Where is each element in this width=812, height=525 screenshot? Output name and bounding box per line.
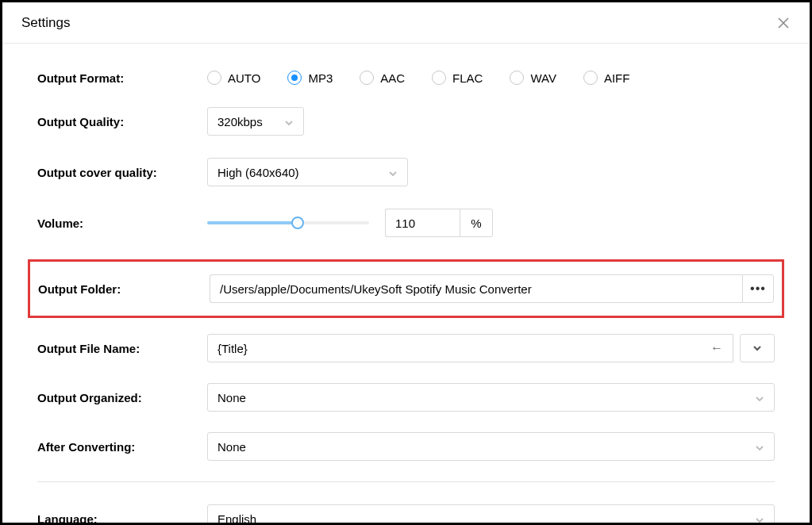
chevron-down-icon [388, 167, 398, 177]
settings-body: Output Format: AUTOMP3AACFLACWAVAIFF Out… [2, 44, 810, 525]
row-output-format: Output Format: AUTOMP3AACFLACWAVAIFF [37, 71, 775, 85]
output-organized-value: None [217, 391, 246, 404]
output-file-name-value: {Title} [217, 342, 248, 355]
row-language: Language: English [37, 504, 775, 525]
slider-track-fill [207, 221, 298, 224]
chevron-down-icon [752, 343, 762, 353]
label-output-organized: Output Organized: [37, 391, 207, 404]
label-output-format: Output Format: [37, 71, 207, 85]
radio-circle-icon [207, 71, 221, 85]
language-select[interactable]: English [207, 504, 775, 525]
browse-folder-button[interactable]: ••• [742, 274, 774, 303]
volume-input[interactable] [385, 209, 460, 237]
after-converting-value: None [217, 440, 246, 454]
output-organized-select[interactable]: None [207, 383, 775, 412]
radio-wav[interactable]: WAV [510, 71, 556, 85]
label-language: Language: [37, 512, 207, 526]
chevron-down-icon [284, 117, 294, 126]
row-output-quality: Output Quality: 320kbps [37, 107, 775, 136]
close-icon [776, 16, 791, 30]
label-output-file-name: Output File Name: [37, 342, 207, 355]
row-volume: Volume: % [37, 209, 775, 237]
radio-mp3[interactable]: MP3 [287, 71, 333, 85]
radio-circle-icon [360, 71, 374, 85]
chevron-down-icon [755, 514, 764, 523]
ellipsis-icon: ••• [750, 282, 766, 296]
output-quality-value: 320kbps [217, 115, 263, 128]
label-volume: Volume: [37, 217, 207, 230]
radio-label: AUTO [228, 71, 260, 85]
volume-slider[interactable] [207, 217, 369, 229]
radio-label: MP3 [308, 71, 333, 85]
section-divider [37, 481, 775, 482]
radio-circle-icon [287, 71, 302, 85]
output-format-radio-group: AUTOMP3AACFLACWAVAIFF [207, 71, 629, 85]
row-output-organized: Output Organized: None [37, 383, 775, 412]
label-output-folder: Output Folder: [38, 282, 210, 296]
cover-quality-select[interactable]: High (640x640) [207, 158, 408, 186]
radio-aac[interactable]: AAC [360, 71, 405, 85]
label-output-quality: Output Quality: [37, 115, 207, 128]
chevron-down-icon [755, 442, 764, 451]
settings-window: Settings Output Format: AUTOMP3AACFLACWA… [0, 0, 812, 525]
cover-quality-value: High (640x640) [217, 166, 299, 179]
output-file-name-field[interactable]: {Title} ← [207, 334, 733, 362]
window-title: Settings [21, 15, 70, 31]
radio-aiff[interactable]: AIFF [583, 71, 630, 85]
row-cover-quality: Output cover quality: High (640x640) [37, 158, 775, 186]
close-button[interactable] [776, 16, 791, 30]
label-after-converting: After Converting: [37, 440, 207, 454]
radio-label: FLAC [452, 71, 483, 85]
row-output-folder: Output Folder: ••• [28, 259, 784, 318]
radio-circle-icon [583, 71, 598, 85]
slider-thumb[interactable] [291, 217, 304, 229]
output-folder-input[interactable] [210, 274, 742, 303]
file-name-expand-button[interactable] [740, 334, 775, 362]
after-converting-select[interactable]: None [207, 432, 775, 461]
radio-label: AIFF [604, 71, 630, 85]
label-cover-quality: Output cover quality: [37, 166, 207, 179]
radio-circle-icon [432, 71, 446, 85]
volume-unit: % [460, 209, 493, 237]
output-quality-select[interactable]: 320kbps [207, 107, 304, 136]
language-value: English [217, 512, 256, 526]
arrow-left-icon[interactable]: ← [710, 341, 723, 355]
radio-label: AAC [380, 71, 405, 85]
titlebar: Settings [2, 2, 810, 44]
row-after-converting: After Converting: None [37, 432, 775, 461]
radio-flac[interactable]: FLAC [432, 71, 483, 85]
row-output-file-name: Output File Name: {Title} ← [37, 334, 775, 362]
radio-auto[interactable]: AUTO [207, 71, 260, 85]
chevron-down-icon [755, 393, 764, 402]
radio-label: WAV [530, 71, 556, 85]
radio-circle-icon [510, 71, 524, 85]
